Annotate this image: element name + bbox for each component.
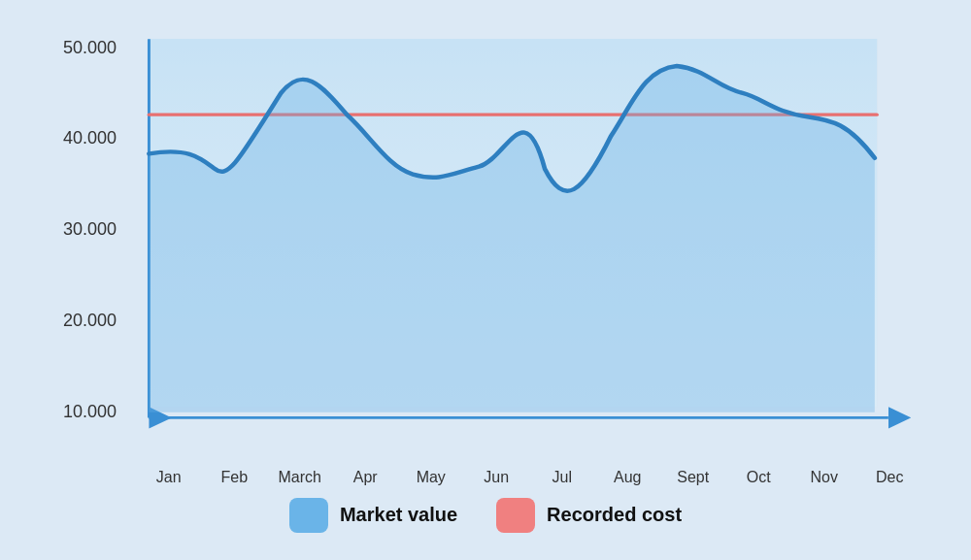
chart-svg — [126, 28, 922, 461]
y-label-10000: 10.000 — [63, 402, 117, 422]
chart-plot — [126, 28, 922, 461]
y-label-50000: 50.000 — [63, 38, 117, 58]
legend-label-market-value: Market value — [340, 504, 457, 526]
x-label-oct: Oct — [726, 469, 792, 486]
legend-swatch-market-value — [289, 498, 328, 533]
x-label-aug: Aug — [595, 469, 661, 486]
x-label-march: March — [267, 469, 333, 486]
legend: Market value Recorded cost — [49, 486, 922, 533]
x-label-jul: Jul — [529, 469, 595, 486]
y-axis-labels: 50.000 40.000 30.000 20.000 10.000 — [49, 28, 126, 461]
x-axis-row: Jan Feb March Apr May Jun Jul Aug Sept O… — [126, 461, 922, 486]
x-label-dec: Dec — [857, 469, 923, 486]
x-label-nov: Nov — [791, 469, 857, 486]
y-label-20000: 20.000 — [63, 311, 117, 331]
legend-market-value: Market value — [289, 498, 457, 533]
legend-recorded-cost: Recorded cost — [496, 498, 682, 533]
legend-label-recorded-cost: Recorded cost — [547, 504, 682, 526]
x-label-apr: Apr — [333, 469, 399, 486]
x-label-may: May — [398, 469, 464, 486]
x-axis-labels: Jan Feb March Apr May Jun Jul Aug Sept O… — [126, 469, 922, 486]
y-label-40000: 40.000 — [63, 128, 117, 148]
y-label-30000: 30.000 — [63, 219, 117, 240]
legend-swatch-recorded-cost — [496, 498, 535, 533]
chart-container: 50.000 40.000 30.000 20.000 10.000 — [49, 28, 922, 533]
x-label-jun: Jun — [464, 469, 530, 486]
x-label-jan: Jan — [136, 469, 202, 486]
x-label-feb: Feb — [202, 469, 268, 486]
x-label-sept: Sept — [660, 469, 726, 486]
chart-area: 50.000 40.000 30.000 20.000 10.000 — [49, 28, 922, 461]
